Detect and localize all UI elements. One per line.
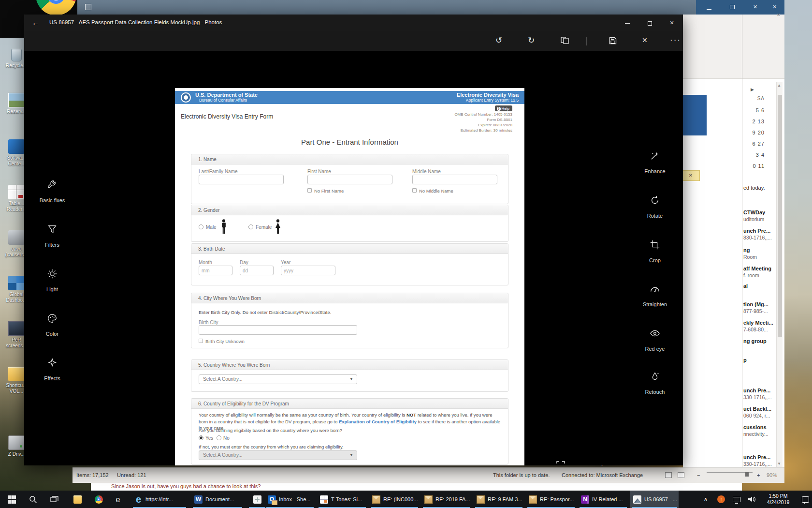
save-copy-icon[interactable] [609, 37, 617, 45]
palette-icon [42, 308, 63, 329]
eligibility-link[interactable]: Explanation of Country of Eligibility [339, 419, 417, 424]
fit-screen-icon[interactable] [556, 461, 566, 465]
last-name-input[interactable] [199, 175, 284, 184]
calendar-row[interactable]: 5 6 [743, 107, 765, 113]
edit-action-enhance[interactable]: Enhance [628, 145, 682, 174]
month-input[interactable] [199, 266, 232, 275]
eligibility-country-select[interactable]: Select A Country...▼ [199, 450, 357, 460]
edit-tool-basic-fixes[interactable]: Basic fixes [26, 174, 79, 203]
search-icon [29, 495, 37, 504]
edit-tool-filters[interactable]: Filters [26, 219, 79, 248]
calculator[interactable] [247, 491, 267, 508]
volume-icon[interactable] [744, 491, 759, 508]
search-button[interactable] [23, 491, 43, 508]
reading-view-icon[interactable] [665, 472, 672, 478]
edge[interactable]: e [110, 491, 130, 508]
zoom-in-icon[interactable]: + [757, 472, 760, 478]
network-icon[interactable] [730, 491, 743, 508]
calendar-row[interactable]: 9 20 [743, 130, 765, 135]
onenote-window[interactable]: NIV-Related ... [578, 491, 628, 508]
outlook-titlebar[interactable]: ✕ ✕ [696, 0, 784, 15]
software-center-icon [8, 139, 25, 154]
birth-city-label: Birth City [199, 320, 218, 325]
edit-tool-light[interactable]: Light [26, 263, 79, 292]
female-radio[interactable] [248, 224, 253, 229]
calendar-row[interactable]: 0 11 [743, 163, 765, 169]
minimize-button[interactable] [616, 15, 638, 31]
mail-window-2[interactable]: RE: 2019 FA... [421, 491, 472, 508]
edit-action-red-eye[interactable]: Red eye [628, 323, 682, 352]
calendar-row[interactable]: 3 4 [743, 152, 765, 158]
chrome[interactable] [89, 491, 108, 508]
middle-name-input[interactable] [412, 175, 497, 184]
sticky-note[interactable]: ✕ [682, 170, 700, 181]
compare-icon[interactable] [561, 37, 569, 44]
close-icon[interactable]: ✕ [753, 4, 757, 10]
word-window[interactable]: WDocument... [191, 491, 244, 508]
minimize-icon[interactable] [707, 5, 711, 11]
mail-window-1[interactable]: RE: (INC000... [369, 491, 420, 508]
scrollbar-thumb[interactable] [778, 95, 782, 337]
no-middle-name-checkbox[interactable] [412, 188, 417, 193]
undo-icon[interactable]: ↺ [495, 35, 502, 45]
zoom-out-button[interactable]: − [578, 462, 583, 465]
taskbar-clock[interactable]: 1:50 PM4/24/2019 [760, 491, 797, 508]
edit-action-retouch[interactable]: Retouch [628, 366, 682, 395]
close-icon-2[interactable]: ✕ [772, 4, 777, 10]
action-center-icon[interactable] [798, 491, 812, 508]
restore-icon[interactable] [730, 5, 735, 9]
more-options-icon[interactable]: ··· [670, 35, 681, 45]
todo-close-icon[interactable]: ✕ [777, 13, 781, 17]
program-name: Electronic Diversity Visa [457, 92, 519, 98]
start-button[interactable] [2, 491, 21, 508]
first-name-input[interactable] [307, 175, 392, 184]
task-view-button[interactable] [44, 491, 64, 508]
file-explorer[interactable] [68, 491, 87, 508]
calendar-row[interactable]: 6 27 [743, 141, 765, 147]
eligibility-yes-radio[interactable] [199, 435, 203, 440]
edge-icon: e [116, 495, 124, 504]
scroll-up-icon[interactable]: ▲ [777, 83, 781, 88]
zoom-out-icon[interactable]: − [697, 472, 700, 478]
edit-action-crop[interactable]: Crop [628, 234, 682, 263]
year-input[interactable] [281, 266, 335, 275]
zoom-in-button[interactable]: + [599, 462, 605, 465]
redo-icon[interactable]: ↻ [528, 35, 535, 45]
ie-window[interactable]: ehttps://intr... [131, 491, 188, 508]
mcafee-icon[interactable]: ↑ [714, 491, 728, 508]
outlook-window[interactable]: OInbox - She... [265, 491, 315, 508]
birth-country-select[interactable]: Select A Country...▼ [199, 374, 357, 384]
scroll-down-icon[interactable]: ▼ [777, 462, 781, 466]
tray-chevron-icon[interactable]: ∧ [699, 491, 712, 508]
birth-city-unknown-checkbox[interactable] [199, 339, 203, 343]
zoom-percent[interactable]: 90% [767, 472, 777, 478]
edit-action-rotate[interactable]: Rotate [628, 190, 682, 219]
no-label: No [223, 435, 230, 441]
edit-tool-effects[interactable]: Effects [26, 352, 79, 381]
birth-city-input[interactable] [199, 325, 357, 335]
onenote-icon: N [581, 495, 589, 504]
maximize-button[interactable] [638, 15, 661, 31]
zoom-slider-thumb[interactable] [745, 472, 749, 477]
eligibility-no-radio[interactable] [217, 435, 221, 440]
calendar-row[interactable]: 2 13 [743, 119, 765, 124]
cavo-icon [8, 230, 25, 245]
no-first-name-checkbox[interactable] [307, 188, 312, 193]
calendar-next-icon[interactable]: ▶ [751, 87, 754, 92]
ttones-window[interactable]: T-Tones: Si... [317, 491, 367, 508]
help-button[interactable]: ?Help [495, 105, 512, 111]
back-icon[interactable]: ← [32, 18, 39, 27]
close-button[interactable]: ✕ [661, 15, 683, 31]
expiration: Expires: 08/31/2020 [478, 123, 512, 127]
outlook-scrollbar[interactable]: ▲ ▼ [776, 82, 783, 467]
photos-window-button[interactable]: US 86957 - ... [630, 491, 679, 508]
edit-action-straighten[interactable]: Straighten [628, 278, 682, 307]
layout-view-icon[interactable] [678, 472, 684, 478]
email-window-titlebar[interactable] [77, 0, 696, 15]
mail-window-4[interactable]: RE: Passpor... [526, 491, 576, 508]
mail-window-3[interactable]: RE: 9 FAM 3... [474, 491, 524, 508]
male-radio[interactable] [199, 224, 203, 229]
edit-tool-color[interactable]: Color [26, 308, 79, 337]
cancel-icon[interactable]: ✕ [642, 36, 648, 44]
day-input[interactable] [240, 266, 274, 275]
